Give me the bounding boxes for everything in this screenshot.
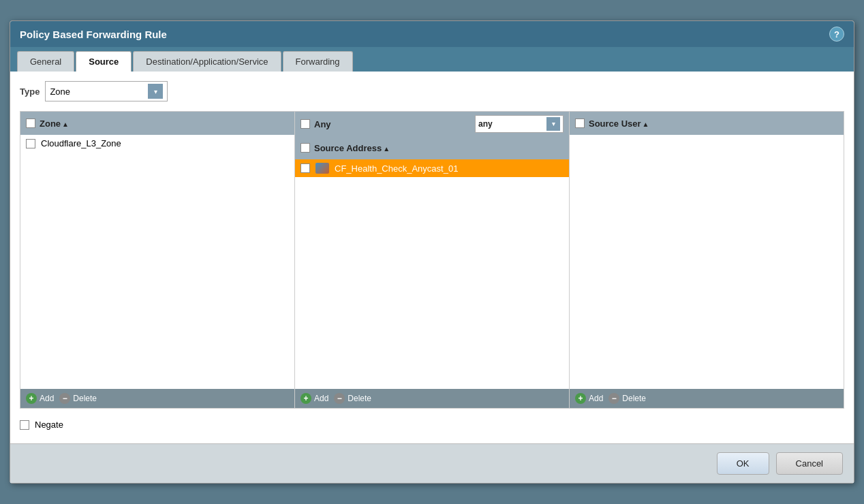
source-address-add-button[interactable]: + Add [300, 393, 328, 404]
source-user-add-icon: + [575, 393, 586, 404]
source-address-header-label: Source Address ▲ [314, 143, 390, 153]
type-select-value: Zone [50, 86, 144, 97]
source-user-delete-icon: − [608, 393, 619, 404]
zone-footer: + Add − Delete [20, 389, 294, 408]
zone-items: Cloudflare_L3_Zone [20, 135, 294, 389]
zone-item-cloudflare[interactable]: Cloudflare_L3_Zone [20, 135, 294, 152]
three-columns: Zone ▲ Cloudflare_L3_Zone + Add − [20, 111, 844, 409]
source-user-items [570, 135, 844, 389]
zone-header-checkbox[interactable] [26, 119, 35, 128]
type-dropdown-arrow[interactable]: ▾ [148, 84, 163, 99]
zone-item-checkbox[interactable] [26, 139, 35, 148]
tabs-bar: General Source Destination/Application/S… [10, 47, 854, 72]
tab-forwarding[interactable]: Forwarding [283, 51, 353, 72]
help-icon[interactable]: ? [829, 27, 844, 42]
source-address-footer: + Add − Delete [295, 389, 569, 408]
negate-row: Negate [20, 415, 844, 434]
content-area: Type Zone ▾ Zone ▲ Cloudflare_L [10, 72, 854, 443]
source-address-any-label: Any [314, 119, 331, 129]
negate-label: Negate [35, 420, 63, 430]
negate-checkbox[interactable] [20, 420, 29, 430]
source-user-header: Source User ▲ [570, 112, 844, 135]
source-address-header-left: Any [300, 119, 331, 129]
source-address-item-checkbox[interactable] [300, 163, 310, 173]
source-user-header-label: Source User ▲ [589, 119, 649, 129]
type-label: Type [20, 86, 40, 97]
source-user-add-label: Add [589, 394, 603, 403]
source-user-column: Source User ▲ + Add − Delete [570, 112, 844, 408]
source-address-any-arrow[interactable]: ▾ [546, 117, 560, 131]
source-address-subheader: Source Address ▲ [295, 136, 569, 159]
source-user-delete-label: Delete [622, 394, 646, 403]
source-address-items: CF_Health_Check_Anycast_01 [295, 159, 569, 389]
zone-item-label: Cloudflare_L3_Zone [41, 138, 121, 148]
tab-general[interactable]: General [17, 51, 74, 72]
zone-add-label: Add [40, 394, 54, 403]
source-user-footer: + Add − Delete [570, 389, 844, 408]
source-address-header: Any any ▾ [295, 112, 569, 136]
source-user-header-checkbox[interactable] [575, 119, 585, 128]
zone-add-icon: + [26, 393, 37, 404]
source-user-delete-button[interactable]: − Delete [608, 393, 646, 404]
source-address-delete-button[interactable]: − Delete [334, 393, 371, 404]
source-address-item-label: CF_Health_Check_Anycast_01 [335, 163, 458, 174]
type-select[interactable]: Zone ▾ [45, 81, 168, 101]
tab-destination[interactable]: Destination/Application/Service [133, 51, 281, 72]
dialog-title: Policy Based Forwarding Rule [20, 29, 167, 40]
source-address-any-checkbox[interactable] [300, 119, 310, 129]
zone-delete-icon: − [59, 393, 70, 404]
source-address-item-icon [315, 163, 329, 174]
source-address-any-select[interactable]: any ▾ [475, 115, 564, 133]
zone-column: Zone ▲ Cloudflare_L3_Zone + Add − [20, 112, 295, 408]
source-user-add-button[interactable]: + Add [575, 393, 603, 404]
bottom-bar: OK Cancel [10, 443, 854, 483]
source-address-column: Any any ▾ Source Address ▲ [295, 112, 570, 408]
source-address-delete-label: Delete [348, 394, 371, 403]
dialog: Policy Based Forwarding Rule ? General S… [10, 20, 854, 484]
source-address-add-label: Add [314, 394, 328, 403]
zone-header: Zone ▲ [20, 112, 294, 135]
source-address-item-cf-health[interactable]: CF_Health_Check_Anycast_01 [295, 159, 569, 177]
zone-delete-button[interactable]: − Delete [59, 393, 97, 404]
ok-button[interactable]: OK [717, 452, 769, 475]
type-row: Type Zone ▾ [20, 81, 844, 101]
source-address-header-checkbox[interactable] [300, 143, 310, 153]
source-address-any-value: any [478, 119, 546, 129]
cancel-button[interactable]: Cancel [776, 452, 843, 475]
zone-header-label: Zone ▲ [40, 119, 69, 129]
title-bar: Policy Based Forwarding Rule ? [10, 21, 854, 47]
zone-delete-label: Delete [73, 394, 97, 403]
zone-add-button[interactable]: + Add [26, 393, 54, 404]
tab-source[interactable]: Source [76, 51, 132, 72]
source-address-add-icon: + [300, 393, 311, 404]
source-address-delete-icon: − [334, 393, 345, 404]
